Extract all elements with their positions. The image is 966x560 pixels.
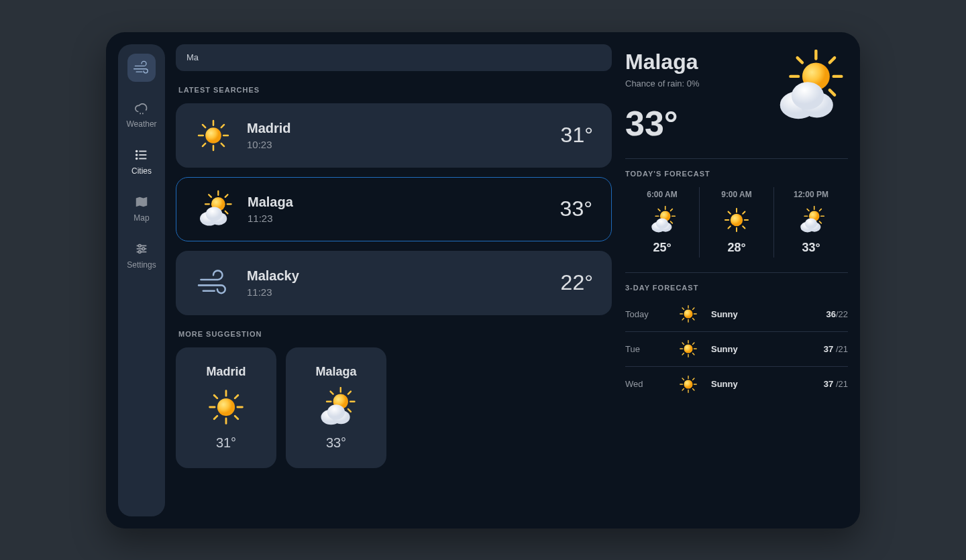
hour-col: 12:00 PM 33° — [774, 187, 848, 258]
svg-point-23 — [138, 250, 141, 253]
daily-condition: Sunny — [711, 344, 816, 354]
sidebar-label-cities: Cities — [131, 166, 152, 176]
city-temp: 22° — [561, 270, 593, 295]
sidebar-label-map: Map — [133, 213, 149, 223]
suggestion-card-madrid[interactable]: Madrid 31° — [176, 347, 276, 468]
hour-temp: 33° — [802, 241, 820, 255]
sidebar-label-settings: Settings — [127, 260, 156, 270]
latest-searches-list: Madrid 10:23 31° Malaga 11:23 33° Malack… — [176, 103, 612, 315]
partly-cloudy-icon — [316, 387, 356, 427]
sun-icon — [195, 117, 232, 154]
app-window: Weather Cities Map Settings LATEST SEARC… — [106, 32, 860, 528]
daily-forecast: Today Sunny 36/22 Tue Sunny 37 /21 Wed S… — [625, 297, 848, 402]
daily-temp: 37 /21 — [824, 379, 848, 389]
suggestion-temp: 31° — [216, 435, 236, 451]
daily-row: Tue Sunny 37 /21 — [625, 332, 848, 367]
daily-day: Wed — [625, 379, 665, 389]
city-time: 10:23 — [247, 139, 546, 150]
suggestion-temp: 33° — [326, 435, 346, 451]
daily-day: Today — [625, 309, 665, 319]
svg-point-15 — [136, 150, 138, 152]
svg-point-17 — [136, 158, 138, 159]
suggestion-name: Malaga — [315, 365, 356, 379]
sliders-icon — [134, 241, 149, 256]
sun-icon — [674, 339, 703, 359]
suggestion-name: Madrid — [206, 365, 246, 379]
hour-time: 9:00 AM — [721, 190, 752, 199]
three-day-heading: 3-DAY FORECAST — [625, 284, 848, 292]
daily-day: Tue — [625, 344, 665, 354]
list-icon — [134, 148, 149, 162]
sidebar: Weather Cities Map Settings — [118, 44, 165, 516]
todays-forecast-heading: TODAY'S FORECAST — [625, 170, 848, 178]
wind-icon — [132, 58, 151, 77]
city-time: 11:23 — [248, 213, 545, 224]
detail-rain: Chance of rain: 0% — [625, 78, 759, 89]
main-column: LATEST SEARCHES Madrid 10:23 31° Malaga … — [176, 44, 612, 516]
suggestion-list: Madrid 31° Malaga 33° — [176, 347, 612, 468]
city-time: 11:23 — [247, 286, 546, 298]
sidebar-item-map[interactable]: Map — [133, 194, 149, 223]
svg-point-16 — [136, 154, 138, 156]
sidebar-item-settings[interactable]: Settings — [127, 241, 156, 270]
divider — [625, 158, 848, 159]
detail-panel: Malaga Chance of rain: 0% 33° TODAY'S FO… — [623, 44, 848, 516]
sidebar-item-weather[interactable]: Weather — [126, 101, 156, 129]
daily-row: Wed Sunny 37 /21 — [625, 367, 848, 402]
daily-condition: Sunny — [711, 309, 818, 319]
svg-point-22 — [142, 247, 145, 250]
map-icon — [134, 194, 149, 209]
detail-city: Malaga — [625, 50, 759, 74]
partly-cloudy-icon — [195, 190, 233, 229]
partly-cloudy-icon — [767, 50, 848, 123]
latest-searches-heading: LATEST SEARCHES — [178, 86, 612, 94]
wind-icon — [195, 265, 232, 301]
search-input[interactable] — [176, 44, 612, 71]
divider — [625, 272, 848, 273]
partly-cloudy-icon — [648, 206, 676, 234]
city-name: Madrid — [247, 121, 546, 136]
hour-col: 9:00 AM 28° — [700, 187, 774, 258]
daily-temp: 37 /21 — [824, 344, 848, 354]
city-name: Malaga — [248, 194, 545, 210]
hour-time: 12:00 PM — [794, 190, 828, 199]
detail-temp: 33° — [625, 103, 759, 144]
sun-icon — [674, 304, 703, 324]
svg-point-21 — [138, 244, 141, 247]
sidebar-label-weather: Weather — [126, 119, 156, 129]
city-row-malacky[interactable]: Malacky 11:23 22° — [176, 251, 612, 315]
city-row-malaga[interactable]: Malaga 11:23 33° — [176, 177, 612, 241]
sun-icon — [206, 387, 246, 427]
app-logo — [127, 54, 156, 82]
city-name: Malacky — [247, 268, 546, 284]
daily-temp: 36/22 — [826, 309, 848, 319]
hour-col: 6:00 AM 25° — [625, 187, 700, 258]
hour-temp: 25° — [653, 241, 671, 255]
more-suggestion-heading: MORE SUGGESTION — [178, 330, 612, 338]
hour-temp: 28° — [727, 241, 745, 255]
hourly-forecast: 6:00 AM 25° 9:00 AM 28° 12:00 PM 33° — [625, 187, 848, 258]
city-temp: 33° — [560, 197, 592, 221]
cloud-rain-icon — [134, 101, 149, 115]
sun-icon — [722, 206, 751, 234]
suggestion-card-malaga[interactable]: Malaga 33° — [286, 347, 386, 468]
partly-cloudy-icon — [797, 206, 825, 234]
daily-condition: Sunny — [711, 379, 816, 389]
sun-icon — [674, 374, 703, 394]
sidebar-item-cities[interactable]: Cities — [131, 148, 152, 176]
city-temp: 31° — [561, 123, 593, 148]
city-row-madrid[interactable]: Madrid 10:23 31° — [176, 103, 612, 168]
daily-row: Today Sunny 36/22 — [625, 297, 848, 332]
hour-time: 6:00 AM — [647, 190, 678, 199]
